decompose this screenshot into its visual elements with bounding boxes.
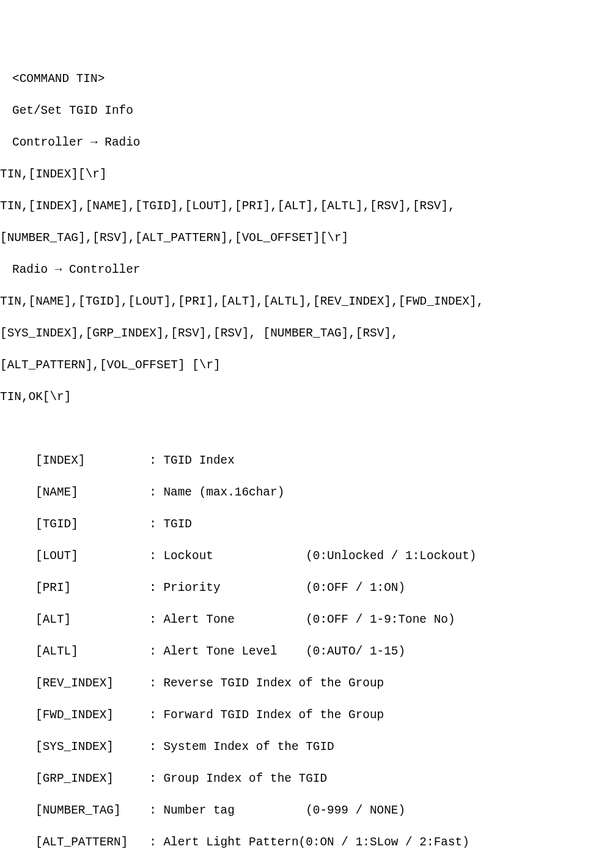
command-tin-header: <COMMAND TIN>	[0, 71, 610, 87]
tin-param-fwd-index: [FWD_INDEX] : Forward TGID Index of the …	[0, 707, 610, 723]
tin-rtc-line-2: [SYS_INDEX],[GRP_INDEX],[RSV],[RSV], [NU…	[0, 325, 610, 341]
tin-ctr-line-1: TIN,[INDEX][\r]	[0, 166, 610, 182]
tin-param-alt-pattern: [ALT_PATTERN] : Alert Light Pattern(0:ON…	[0, 834, 610, 850]
command-tin-title: Get/Set TGID Info	[0, 103, 610, 119]
tin-param-tgid: [TGID] : TGID	[0, 516, 610, 532]
tin-param-altl: [ALTL] : Alert Tone Level (0:AUTO/ 1-15)	[0, 644, 610, 659]
tin-param-index: [INDEX] : TGID Index	[0, 453, 610, 469]
tin-ctr-line-2: TIN,[INDEX],[NAME],[TGID],[LOUT],[PRI],[…	[0, 198, 610, 214]
tin-param-pri: [PRI] : Priority (0:OFF / 1:ON)	[0, 580, 610, 596]
blank-line	[0, 421, 610, 437]
tin-param-sys-index: [SYS_INDEX] : System Index of the TGID	[0, 739, 610, 755]
tin-rtc-line-1: TIN,[NAME],[TGID],[LOUT],[PRI],[ALT],[AL…	[0, 294, 610, 310]
tin-rtc-line-4: TIN,OK[\r]	[0, 389, 610, 405]
tin-param-number-tag: [NUMBER_TAG] : Number tag (0-999 / NONE)	[0, 803, 610, 818]
tin-rtc-line-3: [ALT_PATTERN],[VOL_OFFSET] [\r]	[0, 357, 610, 373]
tin-controller-to-radio: Controller → Radio	[0, 135, 610, 150]
tin-param-name: [NAME] : Name (max.16char)	[0, 484, 610, 500]
tin-param-grp-index: [GRP_INDEX] : Group Index of the TGID	[0, 771, 610, 787]
tin-param-alt: [ALT] : Alert Tone (0:OFF / 1-9:Tone No)	[0, 612, 610, 628]
tin-radio-to-controller: Radio → Controller	[0, 262, 610, 278]
tin-ctr-line-3: [NUMBER_TAG],[RSV],[ALT_PATTERN],[VOL_OF…	[0, 230, 610, 246]
tin-param-rev-index: [REV_INDEX] : Reverse TGID Index of the …	[0, 675, 610, 691]
tin-param-lout: [LOUT] : Lockout (0:Unlocked / 1:Lockout…	[0, 548, 610, 564]
